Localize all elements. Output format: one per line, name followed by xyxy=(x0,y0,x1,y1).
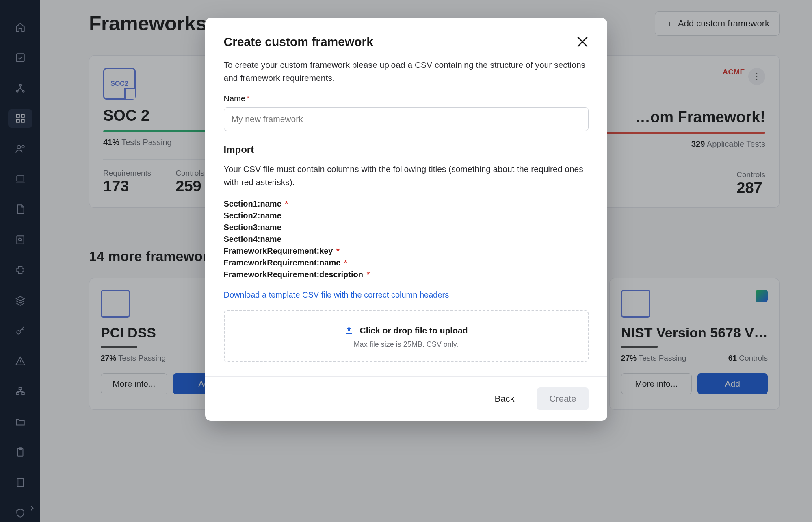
svg-rect-20 xyxy=(346,333,352,334)
import-description: Your CSV file must contain columns with … xyxy=(224,163,589,188)
file-dropzone[interactable]: Click or drop file to upload Max file si… xyxy=(224,310,589,362)
modal-intro-text: To create your custom framework please u… xyxy=(224,59,589,84)
create-button[interactable]: Create xyxy=(537,387,588,410)
dropzone-subtext: Max file size is 25MB. CSV only. xyxy=(233,340,580,349)
name-label: Name* xyxy=(224,94,589,103)
create-framework-modal: Create custom framework To create your c… xyxy=(205,18,607,421)
download-template-link[interactable]: Download a template CSV file with the co… xyxy=(224,290,449,300)
dropzone-text: Click or drop file to upload xyxy=(359,326,468,335)
modal-overlay[interactable]: Create custom framework To create your c… xyxy=(0,0,812,522)
modal-close-button[interactable] xyxy=(576,34,589,48)
modal-title: Create custom framework xyxy=(224,35,589,49)
upload-icon xyxy=(344,326,354,335)
import-heading: Import xyxy=(224,144,589,155)
csv-columns-list: Section1:name *Section2:nameSection3:nam… xyxy=(224,198,589,281)
framework-name-input[interactable] xyxy=(224,107,589,131)
back-button[interactable]: Back xyxy=(483,387,527,410)
